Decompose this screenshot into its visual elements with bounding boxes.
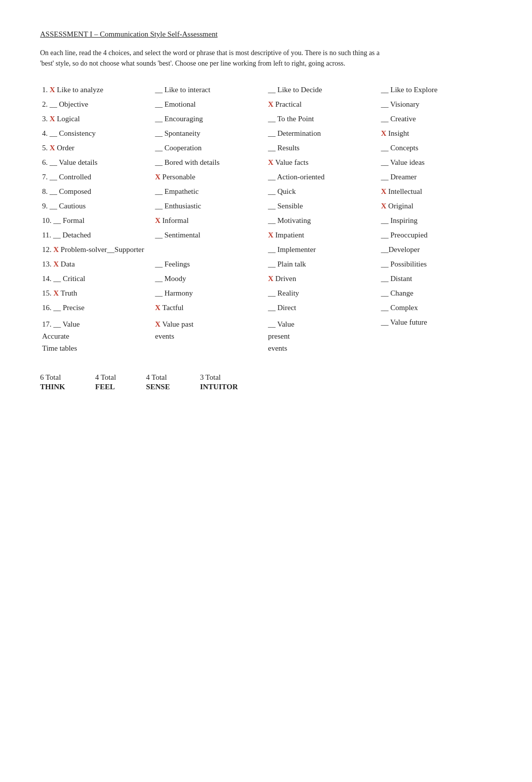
total-value: 4 Total [95, 373, 116, 382]
cell-10-b: X Informal [153, 213, 267, 228]
cell-7-b: X Personable [153, 170, 267, 184]
cell-10-d: __ Inspiring [379, 213, 492, 228]
table-row: 6. __ Value details__ Bored with details… [40, 155, 492, 170]
cell-5-c: __ Results [266, 141, 379, 155]
cell-6-b: __ Bored with details [153, 155, 267, 170]
cell-15-d: __ Change [379, 286, 492, 301]
cell-4-d: X Insight [379, 126, 492, 141]
cell-1-b: __ Like to interact [153, 83, 267, 97]
totals-section: 6 TotalTHINK4 TotalFEEL4 TotalSENSE3 Tot… [40, 373, 492, 391]
total-label: INTUITOR [200, 383, 238, 391]
cell-10-a: 10. __ Formal [40, 213, 153, 228]
total-label: THINK [40, 383, 65, 391]
table-row: 12. X Problem-solver__Supporter__ Implem… [40, 242, 492, 257]
page-title: ASSESSMENT I – Communication Style Self-… [40, 30, 492, 39]
table-row: 3. X Logical__ Encouraging__ To the Poin… [40, 112, 492, 126]
table-row: 1. X Like to analyze__ Like to interact_… [40, 83, 492, 97]
cell-16-a: 16. __ Precise [40, 301, 153, 315]
cell-9-d: X Original [379, 199, 492, 213]
cell-2-a: 2. __ Objective [40, 97, 153, 112]
total-label: FEEL [95, 383, 116, 391]
cell-6-d: __ Value ideas [379, 155, 492, 170]
cell-6-a: 6. __ Value details [40, 155, 153, 170]
cell-12-d: __Developer [379, 242, 492, 257]
cell-17-b: X Value pastevents [153, 315, 267, 357]
cell-17-a: 17. __ ValueAccurateTime tables [40, 315, 153, 357]
total-column: 3 TotalINTUITOR [200, 373, 238, 391]
cell-9-c: __ Sensible [266, 199, 379, 213]
cell-3-a: 3. X Logical [40, 112, 153, 126]
table-row: 2. __ Objective__ EmotionalX Practical__… [40, 97, 492, 112]
cell-2-d: __ Visionary [379, 97, 492, 112]
total-value: 6 Total [40, 373, 65, 382]
cell-13-c: __ Plain talk [266, 257, 379, 272]
cell-5-a: 5. X Order [40, 141, 153, 155]
cell-12-a: 12. X Problem-solver__Supporter [40, 242, 266, 257]
table-row: 11. __ Detached__ SentimentalX Impatient… [40, 228, 492, 242]
cell-11-c: X Impatient [266, 228, 379, 242]
cell-12-c: __ Implementer [266, 242, 379, 257]
cell-11-a: 11. __ Detached [40, 228, 153, 242]
cell-8-a: 8. __ Composed [40, 184, 153, 199]
cell-5-b: __ Cooperation [153, 141, 267, 155]
assessment-table: 1. X Like to analyze__ Like to interact_… [40, 83, 492, 357]
cell-10-c: __ Motivating [266, 213, 379, 228]
cell-4-a: 4. __ Consistency [40, 126, 153, 141]
table-row: 17. __ ValueAccurateTime tablesX Value p… [40, 315, 492, 357]
table-row: 16. __ PreciseX Tactful__ Direct__ Compl… [40, 301, 492, 315]
table-row: 8. __ Composed__ Empathetic__ QuickX Int… [40, 184, 492, 199]
cell-13-b: __ Feelings [153, 257, 267, 272]
cell-3-b: __ Encouraging [153, 112, 267, 126]
cell-15-a: 15. X Truth [40, 286, 153, 301]
instructions-text: On each line, read the 4 choices, and se… [40, 48, 391, 69]
cell-6-c: X Value facts [266, 155, 379, 170]
total-column: 4 TotalSENSE [146, 373, 170, 391]
table-row: 5. X Order__ Cooperation__ Results__ Con… [40, 141, 492, 155]
cell-14-a: 14. __ Critical [40, 272, 153, 286]
cell-14-d: __ Distant [379, 272, 492, 286]
cell-16-b: X Tactful [153, 301, 267, 315]
cell-11-b: __ Sentimental [153, 228, 267, 242]
table-row: 4. __ Consistency__ Spontaneity__ Determ… [40, 126, 492, 141]
cell-11-d: __ Preoccupied [379, 228, 492, 242]
total-value: 4 Total [146, 373, 170, 382]
cell-15-b: __ Harmony [153, 286, 267, 301]
cell-5-d: __ Concepts [379, 141, 492, 155]
cell-1-d: __ Like to Explore [379, 83, 492, 97]
cell-8-d: X Intellectual [379, 184, 492, 199]
cell-3-c: __ To the Point [266, 112, 379, 126]
cell-4-b: __ Spontaneity [153, 126, 267, 141]
cell-17-d: __ Value future [379, 315, 492, 357]
total-column: 6 TotalTHINK [40, 373, 65, 391]
cell-2-b: __ Emotional [153, 97, 267, 112]
table-row: 9. __ Cautious__ Enthusiastic__ Sensible… [40, 199, 492, 213]
cell-14-b: __ Moody [153, 272, 267, 286]
cell-15-c: __ Reality [266, 286, 379, 301]
cell-9-b: __ Enthusiastic [153, 199, 267, 213]
cell-8-c: __ Quick [266, 184, 379, 199]
cell-7-a: 7. __ Controlled [40, 170, 153, 184]
cell-2-c: X Practical [266, 97, 379, 112]
cell-17-c: __ Valuepresentevents [266, 315, 379, 357]
cell-8-b: __ Empathetic [153, 184, 267, 199]
cell-13-d: __ Possibilities [379, 257, 492, 272]
table-row: 15. X Truth__ Harmony__ Reality__ Change [40, 286, 492, 301]
cell-3-d: __ Creative [379, 112, 492, 126]
cell-1-a: 1. X Like to analyze [40, 83, 153, 97]
cell-9-a: 9. __ Cautious [40, 199, 153, 213]
cell-1-c: __ Like to Decide [266, 83, 379, 97]
table-row: 14. __ Critical__ MoodyX Driven__ Distan… [40, 272, 492, 286]
table-row: 10. __ FormalX Informal__ Motivating__ I… [40, 213, 492, 228]
table-row: 7. __ ControlledX Personable__ Action-or… [40, 170, 492, 184]
total-column: 4 TotalFEEL [95, 373, 116, 391]
total-value: 3 Total [200, 373, 238, 382]
cell-7-c: __ Action-oriented [266, 170, 379, 184]
cell-13-a: 13. X Data [40, 257, 153, 272]
cell-7-d: __ Dreamer [379, 170, 492, 184]
table-row: 13. X Data__ Feelings__ Plain talk__ Pos… [40, 257, 492, 272]
cell-14-c: X Driven [266, 272, 379, 286]
cell-16-c: __ Direct [266, 301, 379, 315]
total-label: SENSE [146, 383, 170, 391]
cell-16-d: __ Complex [379, 301, 492, 315]
cell-4-c: __ Determination [266, 126, 379, 141]
